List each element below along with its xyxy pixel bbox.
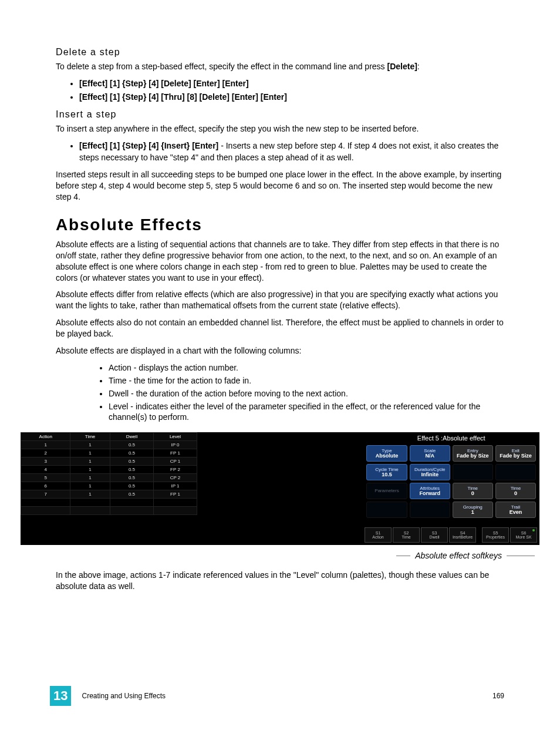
softkey-number: S6 <box>521 531 527 535</box>
property-tile[interactable]: AttributesForward <box>410 483 450 499</box>
property-tile[interactable]: Grouping1 <box>453 502 493 518</box>
page-number: 169 <box>492 692 504 700</box>
cell: 3 <box>21 457 70 466</box>
text: : <box>417 62 420 71</box>
heading-delete-step: Delete a step <box>56 47 504 58</box>
softkey-row: S1ActionS2TimeS3DwellS4InsrtBeforeS5Prop… <box>21 526 539 545</box>
cell: CP 1 <box>154 457 197 466</box>
cell: 1 <box>70 482 110 490</box>
tile-value: Even <box>510 510 522 515</box>
tile-value: Fade by Size <box>500 453 532 459</box>
table-row[interactable]: 610.5IP 1 <box>21 482 197 490</box>
col-level: Level <box>154 433 197 441</box>
softkey[interactable]: S5Properties <box>482 527 509 543</box>
tile-value: N/A <box>425 453 434 459</box>
list-item: Time - the time for the action to fade i… <box>109 375 504 386</box>
tile-value: 0 <box>471 491 474 496</box>
softkey-label: More SK <box>515 535 531 539</box>
cell: IP 1 <box>154 482 197 490</box>
cell: 1 <box>21 441 70 449</box>
softkey-number: S5 <box>493 531 498 535</box>
effect-properties-panel: Effect 5 :Absolute effect TypeAbsoluteSc… <box>363 432 539 526</box>
table-row[interactable]: 310.5CP 1 <box>21 457 197 466</box>
softkey-number: S3 <box>432 531 437 535</box>
screenshot-caption: Absolute effect softkeys <box>56 551 539 560</box>
text-bold: [Effect] [1] {Step} [4] [Thru] [8] [Dele… <box>79 92 287 102</box>
property-tiles: TypeAbsoluteScaleN/AEntryFade by SizeExi… <box>365 445 537 518</box>
insert-bullets: [Effect] [1] {Step} [4] {Insert} [Enter]… <box>56 140 504 163</box>
softkey[interactable]: S1Action <box>365 527 392 543</box>
para-insert-after: Inserted steps result in all succeeding … <box>56 169 504 203</box>
cell: 2 <box>21 449 70 457</box>
softkey-label: InsrtBefore <box>453 535 473 539</box>
cell: 1 <box>70 449 110 457</box>
cell: FP 1 <box>154 449 197 457</box>
list-item: Action - displays the action number. <box>109 362 504 374</box>
property-tile[interactable]: Parameters <box>366 483 407 499</box>
table-row[interactable]: 510.5CP 2 <box>21 474 197 482</box>
table-row[interactable]: 110.5IP 0 <box>21 441 197 449</box>
para: Absolute effects also do not contain an … <box>56 317 504 339</box>
text-bold: [Effect] [1] {Step} [4] {Insert} [Enter] <box>79 141 218 150</box>
effect-title: Effect 5 :Absolute effect <box>365 432 537 445</box>
property-tile[interactable] <box>453 464 493 480</box>
cell: IP 0 <box>154 441 197 449</box>
text: To delete a step from a step-based effec… <box>56 62 387 71</box>
delete-bullets: [Effect] [1] {Step} [4] [Delete] [Enter]… <box>56 78 504 103</box>
property-tile[interactable] <box>410 502 450 518</box>
page-footer: 13 Creating and Using Effects 169 <box>0 686 560 706</box>
cell: 0.5 <box>110 441 154 449</box>
property-tile[interactable]: Cycle Time10.5 <box>366 464 407 480</box>
tile-value: 1 <box>471 510 474 515</box>
softkey[interactable]: S3Dwell <box>421 527 448 543</box>
cell: CP 2 <box>154 474 197 482</box>
action-table: Action Time Dwell Level 110.5IP 0210.5FP… <box>21 432 197 515</box>
cell: 1 <box>70 441 110 449</box>
cell: 4 <box>21 466 70 474</box>
property-tile[interactable]: ScaleN/A <box>410 445 450 462</box>
tile-value: Forward <box>419 491 440 496</box>
property-tile[interactable] <box>366 502 407 518</box>
list-item: Level - indicates either the level of th… <box>109 401 504 423</box>
cell: 1 <box>70 466 110 474</box>
property-tile[interactable]: TypeAbsolute <box>366 445 407 462</box>
footer-left: Creating and Using Effects <box>82 692 166 700</box>
table-row[interactable]: 410.5FP 2 <box>21 466 197 474</box>
list-item: Dwell - the duration of the action befor… <box>109 388 504 399</box>
text-bold: [Effect] [1] {Step} [4] [Delete] [Enter]… <box>79 79 249 88</box>
softkey[interactable]: S2Time <box>393 527 420 543</box>
softkey[interactable]: S4InsrtBefore <box>449 527 476 543</box>
softkey[interactable]: S6More SK <box>510 527 537 543</box>
para-after-image: In the above image, actions 1-7 indicate… <box>56 570 504 592</box>
cell: 0.5 <box>110 457 154 466</box>
table-row[interactable]: 710.5FP 1 <box>21 490 197 499</box>
property-tile[interactable]: Time0 <box>453 483 493 499</box>
col-action: Action <box>21 433 70 441</box>
list-item: [Effect] [1] {Step} [4] [Delete] [Enter]… <box>79 78 504 90</box>
property-tile[interactable]: Time0 <box>495 483 536 499</box>
list-item: [Effect] [1] {Step} [4] [Thru] [8] [Dele… <box>79 92 504 103</box>
para-delete-intro: To delete a step from a step-based effec… <box>56 61 504 72</box>
softkey-number: S4 <box>460 531 465 535</box>
chapter-number-badge: 13 <box>50 686 71 706</box>
para: Absolute effects are a listing of sequen… <box>56 239 504 284</box>
heading-insert-step: Insert a step <box>56 109 504 120</box>
softkey-number: S2 <box>404 531 409 535</box>
action-table-panel: Action Time Dwell Level 110.5IP 0210.5FP… <box>21 432 197 526</box>
property-tile[interactable]: ExitFade by Size <box>495 445 536 462</box>
table-row[interactable]: 210.5FP 1 <box>21 449 197 457</box>
para: Absolute effects differ from relative ef… <box>56 289 504 311</box>
cell: FP 1 <box>154 490 197 499</box>
cell: 0.5 <box>110 449 154 457</box>
softkey-more-indicator-icon <box>532 529 535 531</box>
caption-text: Absolute effect softkeys <box>415 551 502 560</box>
cell: 0.5 <box>110 466 154 474</box>
property-tile[interactable] <box>495 464 536 480</box>
column-definitions: Action - displays the action number. Tim… <box>56 362 504 423</box>
property-tile[interactable]: Duration/CycleInfinite <box>410 464 450 480</box>
text-bold: [Delete] <box>387 62 417 71</box>
col-dwell: Dwell <box>110 433 154 441</box>
cell: 0.5 <box>110 490 154 499</box>
property-tile[interactable]: TrailEven <box>495 502 536 518</box>
property-tile[interactable]: EntryFade by Size <box>453 445 493 462</box>
